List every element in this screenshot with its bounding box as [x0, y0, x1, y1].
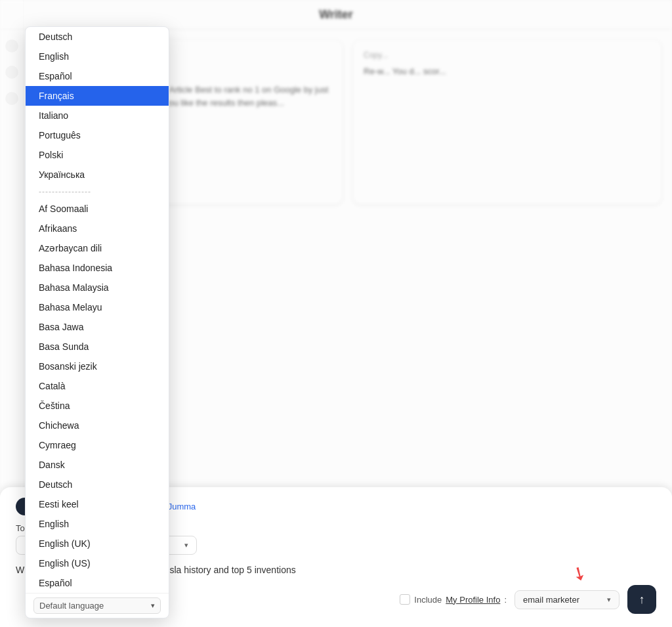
language-option-english[interactable]: English	[26, 47, 169, 66]
app-title: Writer	[319, 8, 353, 22]
default-language-select[interactable]: Default language ▾	[33, 597, 161, 614]
language-option-catala[interactable]: Català	[26, 376, 169, 396]
language-option-cestina[interactable]: Čeština	[26, 396, 169, 416]
language-option-deutsch2[interactable]: Deutsch	[26, 475, 169, 494]
chevron-down-icon: ▾	[607, 595, 611, 604]
language-option-bosanski[interactable]: Bosanski jezik	[26, 357, 169, 376]
language-option-bahasa-malaysia[interactable]: Bahasa Malaysia	[26, 278, 169, 297]
my-profile-info-link[interactable]: My Profile Info	[446, 595, 500, 605]
chevron-down-icon: ▾	[151, 601, 155, 610]
language-option-italiano[interactable]: Italiano	[26, 106, 169, 125]
colon: :	[504, 595, 507, 605]
dropdown-footer[interactable]: Default language ▾	[26, 593, 169, 618]
language-option-espanol2[interactable]: Español	[26, 573, 169, 593]
profile-role-value: email marketer	[523, 595, 602, 605]
language-option-afrikaans[interactable]: Afrikaans	[26, 219, 169, 238]
language-option-eesti[interactable]: Eesti keel	[26, 494, 169, 514]
include-section: Include My Profile Info :	[400, 594, 507, 605]
language-option-azerbaycan[interactable]: Azərbaycan dili	[26, 238, 169, 258]
language-option-cymraeg[interactable]: Cymraeg	[26, 435, 169, 455]
author-link[interactable]: Jumma	[168, 502, 196, 511]
language-option-polski[interactable]: Polski	[26, 145, 169, 165]
card-2: Copy... Re-w... You d... scor...	[353, 40, 662, 204]
submit-button[interactable]: ↑	[627, 585, 656, 614]
language-option-portugues[interactable]: Português	[26, 125, 169, 145]
language-option-chichewa[interactable]: Chichewa	[26, 416, 169, 435]
language-option-af-soomaali[interactable]: Af Soomaali	[26, 199, 169, 219]
default-lang-label: Default language	[39, 601, 104, 611]
chevron-down-icon: ▾	[184, 541, 188, 550]
language-dropdown[interactable]: DeutschEnglishEspañolFrançaisItalianoPor…	[25, 26, 169, 618]
language-option-english-us[interactable]: English (US)	[26, 553, 169, 573]
language-option-sep1: ----------------	[26, 184, 169, 199]
language-option-francais[interactable]: Français	[26, 86, 169, 106]
card2-category: Copy...	[364, 51, 651, 60]
language-option-deutsch[interactable]: Deutsch	[26, 27, 169, 47]
language-option-basa-sunda[interactable]: Basa Sunda	[26, 337, 169, 357]
include-text: Include	[414, 595, 442, 605]
language-option-english2[interactable]: English	[26, 514, 169, 534]
language-option-bahasa-melayu[interactable]: Bahasa Melayu	[26, 297, 169, 317]
submit-icon: ↑	[639, 593, 645, 607]
card2-text: Re-w... You d... scor...	[364, 65, 651, 78]
language-option-espanol[interactable]: Español	[26, 66, 169, 86]
language-option-basa-jawa[interactable]: Basa Jawa	[26, 317, 169, 337]
include-checkbox[interactable]	[400, 594, 410, 605]
language-option-english-uk[interactable]: English (UK)	[26, 534, 169, 553]
language-option-bahasa-indonesia[interactable]: Bahasa Indonesia	[26, 258, 169, 278]
language-option-dansk[interactable]: Dansk	[26, 455, 169, 475]
language-option-ukrainska[interactable]: Українська	[26, 165, 169, 184]
profile-role-select[interactable]: email marketer ▾	[514, 590, 620, 609]
